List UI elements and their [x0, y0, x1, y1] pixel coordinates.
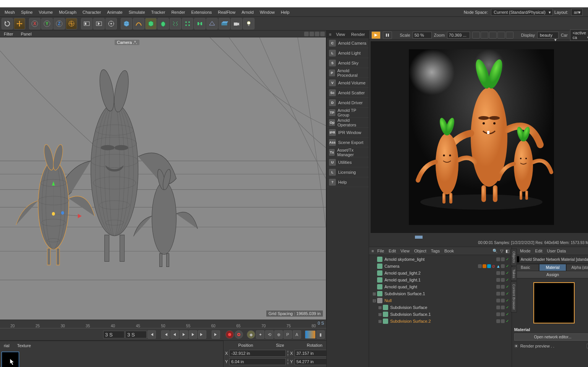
arnold-item-arnold-operators[interactable]: OpArnold Operators [327, 118, 369, 128]
timeline-in-field[interactable] [103, 331, 125, 338]
open-network-editor-button[interactable]: Open network editor... [514, 333, 588, 341]
render-zoom-fit-icon[interactable] [472, 32, 480, 39]
menu-mesh[interactable]: Mesh [2, 8, 18, 16]
step-fwd-button[interactable] [189, 330, 197, 339]
tool-render-queue[interactable] [105, 18, 117, 29]
menu-help[interactable]: Help [278, 8, 293, 16]
display-select[interactable]: beauty [537, 32, 559, 39]
enable-check[interactable]: ✓ [505, 292, 509, 296]
render-dot[interactable] [501, 306, 505, 309]
render-zoom-1-icon[interactable] [481, 32, 488, 39]
tool-render-image[interactable] [93, 18, 105, 29]
tree-row[interactable]: ⊟Null✓ [370, 297, 510, 304]
om-menu-tags[interactable]: Tags [430, 248, 441, 254]
menu-mograph[interactable]: MoGraph [56, 8, 79, 16]
timeline-gradient-button[interactable] [305, 330, 316, 339]
arnold-item-arnold-procedural[interactable]: PArnold Procedural [327, 68, 369, 78]
3d-viewport[interactable]: Camera .°. Grid Spacing : 19685.039 in [0, 37, 326, 320]
arnold-item-ipr-window[interactable]: IPRIPR Window [327, 128, 369, 137]
pos-x-spin[interactable]: ▴▾ [287, 350, 288, 357]
menu-spline[interactable]: Spline [18, 8, 36, 16]
enable-check[interactable]: ✓ [505, 306, 509, 309]
menu-volume[interactable]: Volume [36, 8, 56, 16]
tool-spline[interactable] [133, 18, 144, 29]
tree-row[interactable]: Arnold skydome_light✓ [370, 256, 510, 263]
autokey-button[interactable] [235, 330, 243, 339]
enable-check[interactable]: ✓ [505, 299, 509, 302]
tool-subdivision[interactable] [145, 18, 157, 29]
menu-character[interactable]: Character [79, 8, 104, 16]
marker-button[interactable]: ▮ [316, 330, 325, 339]
key-param-button[interactable]: P [283, 330, 292, 339]
attr-menu-edit[interactable]: Edit [534, 248, 544, 254]
tool-field[interactable] [182, 18, 193, 29]
visibility-dot[interactable] [496, 306, 500, 309]
attr-menu-mode[interactable]: Mode [519, 248, 532, 254]
hamburger-icon[interactable]: ≡ [329, 32, 331, 37]
tool-extrude[interactable] [157, 18, 169, 29]
tool-move[interactable] [14, 18, 25, 29]
arnold-item-licensing[interactable]: LLicensing [327, 167, 369, 177]
visibility-dot[interactable] [496, 271, 500, 275]
tree-expand-icon[interactable]: ⊞ [378, 319, 382, 324]
enable-check[interactable]: ✓ [505, 319, 509, 323]
render-crop-icon[interactable] [497, 32, 505, 39]
key-rotate-button[interactable]: ⊕ [274, 330, 283, 339]
pos-y-spin[interactable]: ▴▾ [287, 358, 288, 365]
object-tree[interactable]: Arnold skydome_light✓Camera⊘▲✓Arnold qua… [369, 255, 511, 367]
render-dot[interactable] [501, 319, 505, 323]
visibility-dot[interactable] [496, 299, 500, 302]
key-move-button[interactable]: ✦ [256, 330, 264, 339]
menu-arnold[interactable]: Arnold [238, 8, 257, 16]
tool-cube[interactable] [121, 18, 132, 29]
viewport-max-icon[interactable] [320, 32, 325, 36]
viewport-zoom-icon[interactable] [309, 32, 314, 36]
viewport-menu-panel[interactable]: Panel [18, 31, 34, 37]
vert-tab-takes[interactable]: Takes [511, 267, 517, 281]
tool-render-settings[interactable] [81, 18, 92, 29]
render-snapshot-icon[interactable] [506, 32, 513, 39]
tool-plane[interactable] [206, 18, 218, 29]
tree-row[interactable]: ⊞Subdivision Surface.1✓ [370, 311, 510, 318]
enable-check[interactable]: ✓ [505, 312, 509, 316]
timeline-out-field[interactable] [125, 331, 147, 338]
arnold-item-scene-export[interactable]: AssScene Export [327, 137, 369, 147]
arnold-item-asset-tx-manager[interactable]: TxAsset/Tx Manager [327, 147, 369, 157]
om-search-icon[interactable]: 🔍 [492, 249, 498, 254]
tool-axis-y[interactable]: Y [41, 18, 53, 29]
node-space-select[interactable]: Current (Standard/Physical) [491, 9, 553, 16]
record-button[interactable] [225, 330, 234, 339]
arnold-item-arnold-volume[interactable]: VArnold Volume [327, 78, 369, 88]
render-dot[interactable] [501, 299, 505, 302]
om-menu-book[interactable]: Book [443, 248, 455, 254]
go-end-button[interactable] [212, 330, 220, 339]
om-menu-object[interactable]: Object [413, 248, 428, 254]
om-hamburger-icon[interactable]: ≡ [371, 249, 374, 253]
tree-expand-icon[interactable]: ⊞ [378, 305, 382, 310]
tree-row[interactable]: Camera⊘▲✓ [370, 263, 510, 270]
tool-light[interactable] [243, 18, 254, 29]
layout-select[interactable]: arn [571, 9, 583, 16]
render-dot[interactable] [501, 271, 505, 275]
arnold-item-arnold-driver[interactable]: DArnold Driver [327, 98, 369, 108]
key-scale-button[interactable]: ⟲ [265, 330, 274, 339]
arnold-item-arnold-sky[interactable]: SArnold Sky [327, 58, 369, 68]
visibility-dot[interactable] [496, 285, 500, 289]
prev-key-button[interactable] [161, 330, 170, 339]
attr-menu-userdata[interactable]: User Data [546, 248, 567, 254]
enable-check[interactable]: ✓ [505, 271, 509, 275]
om-menu-view[interactable]: View [399, 248, 411, 254]
tree-expand-icon[interactable]: ⊞ [378, 312, 382, 317]
key-selection-button[interactable]: ◆ [247, 330, 255, 339]
render-scrollbar[interactable] [369, 234, 588, 240]
arnold-item-arnold-tp-group[interactable]: TPArnold TP Group [327, 108, 369, 118]
visibility-dot[interactable] [496, 292, 500, 296]
tree-row[interactable]: Arnold quad_light✓ [370, 283, 510, 290]
pos-x-field[interactable] [229, 350, 286, 357]
render-dot[interactable] [501, 257, 505, 261]
ipr-pause-button[interactable] [383, 31, 392, 39]
menu-simulate[interactable]: Simulate [126, 8, 148, 16]
tree-expand-icon[interactable]: ⊟ [372, 298, 376, 303]
viewport-rotate-icon[interactable] [315, 32, 319, 36]
om-menu-edit[interactable]: Edit [387, 248, 397, 254]
